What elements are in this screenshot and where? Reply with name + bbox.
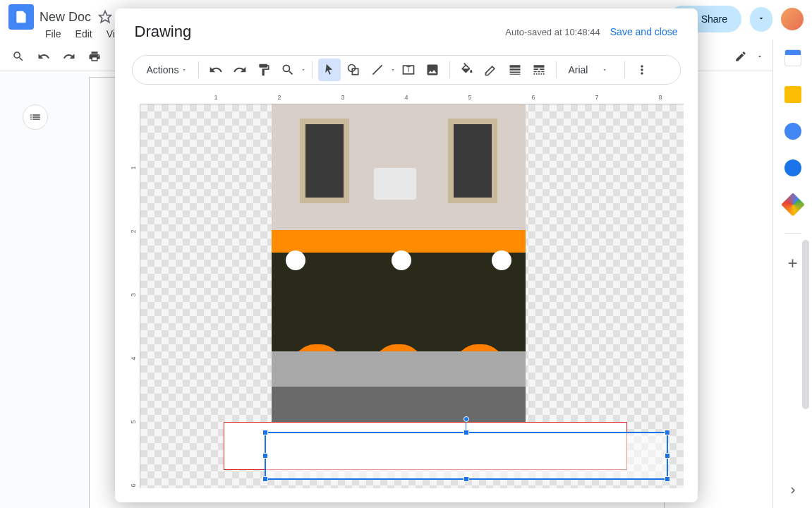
line-icon bbox=[370, 63, 384, 77]
undo-icon bbox=[209, 63, 223, 77]
shapes-icon bbox=[346, 63, 360, 77]
caret-down-icon bbox=[181, 67, 187, 73]
drawing-canvas[interactable] bbox=[140, 104, 684, 488]
horizontal-ruler[interactable]: 1 2 3 4 5 6 7 8 bbox=[140, 93, 684, 104]
textbox-tool[interactable]: T bbox=[397, 59, 420, 81]
divider bbox=[556, 61, 557, 78]
fill-color-button[interactable] bbox=[456, 59, 478, 81]
vertical-ruler[interactable]: 1 2 3 4 5 6 bbox=[129, 104, 140, 488]
ruler-tick: 5 bbox=[468, 94, 472, 101]
inserted-image[interactable] bbox=[272, 104, 526, 422]
caret-down-icon bbox=[602, 67, 607, 73]
paint-roller-icon bbox=[257, 63, 271, 77]
ruler-tick: 4 bbox=[405, 94, 408, 101]
resize-handle-n[interactable] bbox=[463, 430, 469, 435]
divider bbox=[624, 61, 625, 78]
zoom-button[interactable] bbox=[277, 59, 299, 81]
ruler-tick: 2 bbox=[129, 229, 136, 233]
ruler-tick: 3 bbox=[129, 293, 136, 296]
rotate-handle[interactable] bbox=[463, 416, 469, 422]
caret-down-icon[interactable] bbox=[301, 67, 306, 73]
ruler-tick: 6 bbox=[532, 94, 535, 101]
drawing-dialog: Drawing Auto-saved at 10:48:44 Save and … bbox=[115, 8, 698, 502]
shape-tool[interactable] bbox=[342, 59, 365, 81]
svg-line-3 bbox=[373, 65, 382, 74]
redo-button[interactable] bbox=[229, 59, 251, 81]
ruler-tick: 7 bbox=[595, 94, 599, 101]
cursor-icon bbox=[322, 63, 337, 77]
dialog-title: Drawing bbox=[135, 23, 192, 41]
paint-format-button[interactable] bbox=[253, 59, 275, 81]
actions-menu[interactable]: Actions bbox=[141, 61, 193, 78]
border-color-button[interactable] bbox=[480, 59, 502, 81]
ruler-tick: 3 bbox=[341, 94, 345, 101]
ruler-tick: 8 bbox=[659, 94, 662, 101]
select-tool[interactable] bbox=[318, 59, 341, 81]
resize-handle-sw[interactable] bbox=[262, 476, 268, 482]
image-content bbox=[300, 119, 349, 203]
resize-handle-e[interactable] bbox=[665, 453, 670, 459]
border-dash-button[interactable] bbox=[528, 59, 550, 81]
svg-text:T: T bbox=[406, 66, 411, 73]
redo-icon bbox=[233, 63, 247, 77]
textbox-icon: T bbox=[401, 63, 416, 77]
border-weight-button[interactable] bbox=[504, 59, 526, 81]
image-content bbox=[272, 351, 526, 387]
image-tool[interactable] bbox=[421, 59, 444, 81]
image-content bbox=[272, 387, 526, 422]
image-content bbox=[374, 168, 416, 200]
undo-button[interactable] bbox=[205, 59, 227, 81]
ruler-tick: 1 bbox=[129, 166, 136, 169]
autosave-status: Auto-saved at 10:48:44 bbox=[505, 27, 600, 37]
line-dash-icon bbox=[532, 63, 546, 77]
ruler-tick: 4 bbox=[129, 356, 136, 360]
ruler-tick: 2 bbox=[278, 94, 281, 101]
line-weight-icon bbox=[508, 63, 522, 77]
fill-icon bbox=[460, 63, 474, 77]
resize-handle-se[interactable] bbox=[665, 476, 670, 482]
more-vert-icon bbox=[635, 63, 649, 77]
line-tool[interactable] bbox=[366, 59, 389, 81]
image-content bbox=[272, 253, 526, 351]
ruler-tick: 5 bbox=[129, 420, 136, 423]
zoom-icon bbox=[281, 63, 295, 77]
font-selector[interactable]: Arial bbox=[562, 61, 619, 78]
image-icon bbox=[425, 63, 440, 77]
divider bbox=[449, 61, 450, 78]
ruler-tick: 6 bbox=[129, 483, 136, 487]
divider bbox=[312, 61, 313, 78]
caret-down-icon[interactable] bbox=[390, 67, 396, 73]
pencil-icon bbox=[484, 63, 498, 77]
save-and-close-button[interactable]: Save and close bbox=[610, 26, 678, 37]
textbox-selected[interactable] bbox=[265, 432, 668, 480]
image-content bbox=[448, 119, 497, 203]
ruler-tick: 1 bbox=[214, 94, 218, 101]
resize-handle-nw[interactable] bbox=[262, 430, 268, 435]
resize-handle-s[interactable] bbox=[463, 476, 469, 482]
resize-handle-ne[interactable] bbox=[665, 430, 670, 435]
resize-handle-w[interactable] bbox=[262, 453, 268, 459]
more-button[interactable] bbox=[631, 59, 653, 81]
divider bbox=[198, 61, 199, 78]
